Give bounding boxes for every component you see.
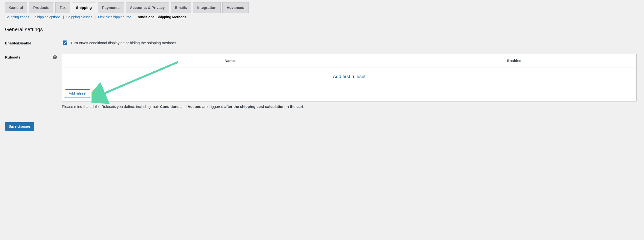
rulesets-notice: Please mind that all the Rulesets you de… <box>62 105 636 109</box>
tab-integration[interactable]: Integration <box>193 2 220 13</box>
tab-shipping[interactable]: Shipping <box>72 2 96 13</box>
tab-emails[interactable]: Emails <box>171 2 191 13</box>
help-icon[interactable]: ? <box>53 55 57 59</box>
subtab-shipping-classes[interactable]: Shipping classes <box>66 15 93 19</box>
add-first-ruleset-link[interactable]: Add first ruleset <box>333 74 366 79</box>
column-enabled: Enabled <box>395 59 634 63</box>
section-title: General settings <box>5 26 639 32</box>
rulesets-empty-row: Add first ruleset <box>62 67 636 86</box>
tab-general[interactable]: General <box>5 2 27 13</box>
subtab-shipping-options[interactable]: Shipping options <box>34 15 61 19</box>
enable-checkbox[interactable] <box>63 40 67 45</box>
tab-advanced[interactable]: Advanced <box>222 2 248 13</box>
save-changes-button[interactable]: Save changes <box>5 122 34 131</box>
separator: | <box>134 15 134 19</box>
rulesets-panel: Name Enabled Add first ruleset Add rules… <box>62 54 636 102</box>
tab-payments[interactable]: Payments <box>98 2 124 13</box>
tab-accounts-privacy[interactable]: Accounts & Privacy <box>126 2 169 13</box>
subtab-conditional-shipping-methods: Conditional Shipping Methods <box>136 15 186 19</box>
tab-tax[interactable]: Tax <box>56 2 70 13</box>
tab-products[interactable]: Products <box>29 2 54 13</box>
settings-tabs: General Products Tax Shipping Payments A… <box>5 0 639 13</box>
shipping-subtabs: Shipping zones | Shipping options | Ship… <box>5 15 639 19</box>
subtab-flexible-shipping-info[interactable]: Flexible Shipping Info <box>98 15 132 19</box>
enable-label: Enable/Disable <box>5 36 59 50</box>
enable-description: Turn on/off conditional displaying or hi… <box>70 41 177 45</box>
separator: | <box>63 15 64 19</box>
add-ruleset-button[interactable]: Add ruleset <box>65 89 90 98</box>
rulesets-header: Name Enabled <box>62 54 636 67</box>
rulesets-footer: Add ruleset <box>62 86 636 101</box>
separator: | <box>32 15 33 19</box>
subtab-shipping-zones[interactable]: Shipping zones <box>5 15 30 19</box>
settings-form: Enable/Disable Turn on/off conditional d… <box>5 36 639 112</box>
rulesets-label: Rulesets <box>5 55 20 59</box>
separator: | <box>95 15 96 19</box>
column-name: Name <box>64 59 395 63</box>
enable-field[interactable]: Turn on/off conditional displaying or hi… <box>62 40 636 46</box>
